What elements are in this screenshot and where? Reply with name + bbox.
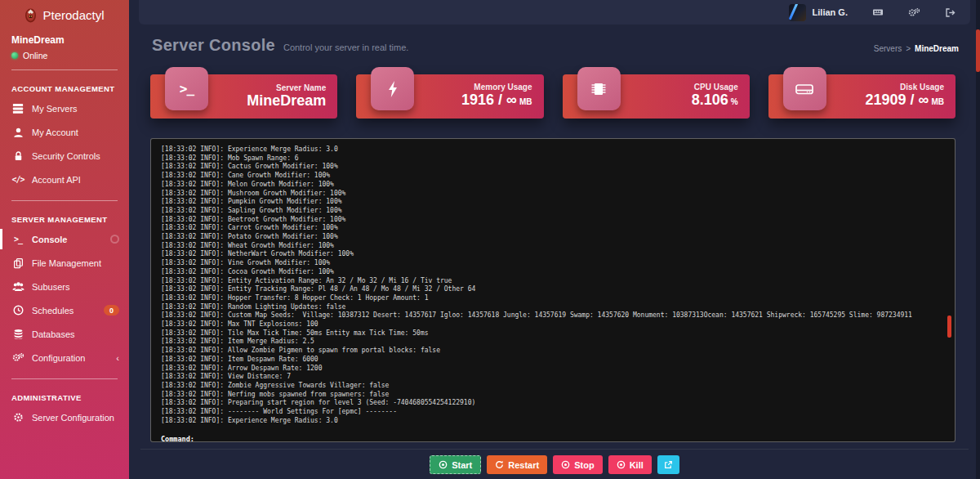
sidebar-item-label: Configuration	[32, 353, 85, 363]
page-scrollbar-thumb[interactable]	[976, 29, 980, 72]
clock-icon	[11, 305, 24, 316]
loading-spinner-icon	[110, 235, 119, 244]
sidebar-item-account-api[interactable]: </> Account API	[0, 168, 129, 191]
section-account-management: ACCOUNT MANAGEMENT	[0, 79, 129, 96]
start-label: Start	[452, 460, 472, 470]
sidebar-item-databases[interactable]: Databases	[0, 322, 129, 346]
main-area: Lilian G. Server Console Control your se…	[129, 0, 980, 479]
restart-label: Restart	[508, 460, 539, 470]
console-panel[interactable]: [18:33:02 INFO]: Experience Merge Radius…	[150, 138, 956, 442]
avatar	[789, 4, 806, 21]
sidebar-item-label: Server Configuration	[32, 413, 114, 423]
stat-label: Disk Usage	[866, 83, 944, 92]
stat-label: Server Name	[247, 83, 326, 92]
console-line: [18:33:02 INFO]: Cane Growth Modifier: 1…	[161, 172, 945, 181]
sidebar-item-label: Account API	[32, 175, 81, 185]
console-line: [18:33:02 INFO]: Melon Growth Modifier: …	[161, 181, 945, 190]
command-input[interactable]	[199, 435, 945, 443]
server-status: Online	[11, 51, 118, 60]
sidebar-item-my-account[interactable]: My Account	[0, 120, 129, 144]
stat-value: MineDream	[247, 92, 326, 110]
console-line: [18:33:02 INFO]: Mushroom Growth Modifie…	[161, 190, 945, 199]
page-subtitle: Control your server in real time.	[283, 43, 408, 52]
breadcrumb-servers[interactable]: Servers	[874, 44, 902, 53]
console-line: [18:33:02 INFO]: Item Despawn Rate: 6000	[161, 356, 945, 365]
stat-card-disk: Disk Usage 21909 / ∞MB	[768, 74, 956, 119]
console-line: [18:33:02 INFO]: Item Merge Radius: 2.5	[161, 338, 945, 347]
console-line: [18:33:02 INFO]: Vine Growth Modifier: 1…	[161, 259, 945, 268]
stop-button[interactable]: Stop	[553, 455, 602, 474]
console-line: [18:33:02 INFO]: Potato Growth Modifier:…	[161, 233, 945, 242]
console-line: [18:33:02 INFO]: Allow Zombie Pigmen to …	[161, 347, 945, 356]
sidebar-item-label: My Servers	[32, 104, 78, 114]
online-status-icon	[11, 52, 18, 59]
console-line: [18:33:02 INFO]: Mob Spawn Range: 6	[161, 154, 945, 163]
stop-label: Stop	[574, 460, 594, 470]
database-icon	[11, 329, 24, 340]
console-line: [18:33:02 INFO]: Entity Tracking Range: …	[161, 285, 945, 294]
stat-value: 1916 / ∞MB	[461, 92, 532, 110]
console-line: [18:33:02 INFO]: Max TNT Explosions: 100	[161, 320, 945, 329]
breadcrumb: Servers>MineDream	[874, 44, 959, 55]
user-name: Lilian G.	[813, 7, 848, 17]
sidebar-item-label: Databases	[32, 329, 75, 339]
console-line: [18:33:02 INFO]: Sapling Growth Modifier…	[161, 207, 945, 216]
server-status-label: Online	[23, 51, 47, 60]
brand-name: Pterodactyl	[42, 8, 104, 22]
lock-icon	[11, 150, 24, 162]
start-button[interactable]: Start	[430, 455, 481, 474]
microchip-icon	[577, 67, 621, 110]
stats-row: >_ Server Name MineDream Memory Usage 19…	[129, 55, 980, 119]
sidebar-item-security-controls[interactable]: Security Controls	[0, 144, 129, 168]
page-head: Server Console Control your server in re…	[129, 25, 980, 55]
stat-card-memory: Memory Usage 1916 / ∞MB	[356, 74, 543, 119]
start-circle-icon	[439, 460, 448, 469]
external-console-button[interactable]	[657, 455, 679, 474]
chevron-left-icon: ‹	[116, 353, 119, 363]
console-line: [18:33:02 INFO]: View Distance: 7	[161, 373, 945, 382]
settings-cogs-icon[interactable]	[908, 7, 920, 18]
console-line: [18:33:02 INFO]: Zombie Aggressive Towar…	[161, 382, 945, 391]
console-line: [18:33:02 INFO]: Beetroot Growth Modifie…	[161, 216, 945, 225]
terminal-icon: >_	[11, 235, 24, 244]
stat-card-server-name: >_ Server Name MineDream	[150, 74, 337, 119]
section-server-management: SERVER MANAGEMENT	[0, 210, 129, 227]
gear-icon	[11, 412, 24, 423]
sidebar: Pterodactyl MineDream Online ACCOUNT MAN…	[0, 0, 129, 479]
stat-card-cpu: CPU Usage 8.106%	[563, 74, 750, 119]
kill-button[interactable]: Kill	[608, 455, 652, 474]
sidebar-item-configuration[interactable]: Configuration ‹	[0, 346, 129, 369]
user-icon	[11, 127, 24, 138]
console-line: [18:33:02 INFO]: NetherWart Growth Modif…	[161, 250, 945, 259]
page-scrollbar[interactable]	[976, 0, 980, 479]
console-line: [18:33:02 INFO]: Random Lighting Updates…	[161, 303, 945, 312]
breadcrumb-current: MineDream	[915, 44, 959, 53]
console-scrollbar[interactable]	[947, 316, 951, 338]
sidebar-server-name: MineDream	[11, 34, 118, 46]
console-line: [18:33:02 INFO]: Experience Merge Radius…	[161, 145, 945, 154]
brand[interactable]: Pterodactyl	[0, 0, 129, 23]
user-menu[interactable]: Lilian G.	[789, 4, 848, 21]
sidebar-item-label: Subusers	[32, 282, 69, 292]
sidebar-item-subusers[interactable]: Subusers	[0, 275, 129, 298]
restart-button[interactable]: Restart	[487, 455, 547, 474]
sidebar-item-label: My Account	[32, 128, 78, 137]
kill-circle-icon	[617, 460, 626, 469]
console-line: [18:33:02 INFO]: -------- World Settings…	[161, 408, 945, 417]
stop-circle-icon	[561, 460, 570, 469]
footer-divider	[140, 449, 969, 450]
stat-value: 21909 / ∞MB	[866, 92, 944, 110]
sidebar-item-label: Security Controls	[32, 151, 100, 161]
stat-label: CPU Usage	[692, 83, 738, 92]
sidebar-item-schedules[interactable]: Schedules 0	[0, 298, 129, 322]
sidebar-item-my-servers[interactable]: My Servers	[0, 96, 129, 120]
sign-out-icon[interactable]	[945, 7, 956, 18]
my-servers-icon[interactable]	[872, 7, 884, 17]
refresh-icon	[495, 460, 504, 469]
sidebar-item-file-management[interactable]: File Management	[0, 251, 129, 275]
sidebar-item-server-configuration[interactable]: Server Configuration	[0, 405, 129, 429]
section-administrative: ADMINISTRATIVE	[0, 388, 129, 405]
sidebar-item-console[interactable]: >_ Console	[0, 227, 129, 251]
console-line: [18:33:02 INFO]: Cocoa Growth Modifier: …	[161, 268, 945, 277]
app-root: Pterodactyl MineDream Online ACCOUNT MAN…	[0, 0, 980, 479]
